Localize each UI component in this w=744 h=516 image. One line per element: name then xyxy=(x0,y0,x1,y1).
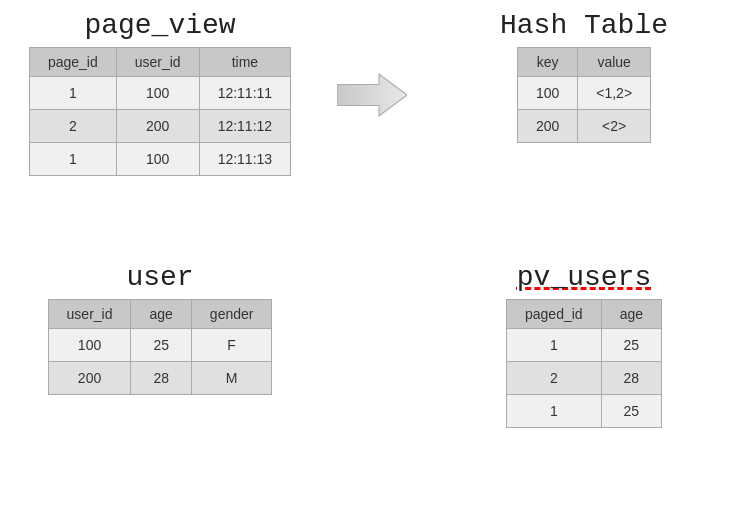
table-cell: 25 xyxy=(601,395,661,428)
table-cell: 12:11:11 xyxy=(199,77,291,110)
table-cell: 2 xyxy=(507,362,602,395)
col-paged-id: paged_id xyxy=(507,300,602,329)
pv-header-row: paged_id age xyxy=(507,300,662,329)
hash-header-row: key value xyxy=(517,48,650,77)
table-cell: 1 xyxy=(29,77,116,110)
table-cell: 200 xyxy=(116,110,199,143)
right-arrow-icon xyxy=(337,70,407,120)
table-cell: 28 xyxy=(601,362,661,395)
table-cell: 1 xyxy=(29,143,116,176)
table-header-row: page_id user_id time xyxy=(29,48,290,77)
table-row: 110012:11:11 xyxy=(29,77,290,110)
hash-table-title: Hash Table xyxy=(500,10,668,41)
arrow-container xyxy=(332,10,412,120)
table-cell: <1,2> xyxy=(578,77,651,110)
table-row: 20028M xyxy=(48,362,272,395)
table-cell: 200 xyxy=(517,110,577,143)
hash-table: key value 100<1,2>200<2> xyxy=(517,47,651,143)
user-section: user user_id age gender 10025F20028M xyxy=(20,262,300,395)
table-row: 100<1,2> xyxy=(517,77,650,110)
page-view-section: page_view page_id user_id time 110012:11… xyxy=(20,10,300,176)
hash-table-section: Hash Table key value 100<1,2>200<2> xyxy=(444,10,724,143)
col-page-id: page_id xyxy=(29,48,116,77)
col-time: time xyxy=(199,48,291,77)
table-row: 228 xyxy=(507,362,662,395)
user-title: user xyxy=(126,262,193,293)
col-gender: gender xyxy=(191,300,272,329)
table-cell: 25 xyxy=(601,329,661,362)
table-row: 220012:11:12 xyxy=(29,110,290,143)
table-cell: 100 xyxy=(48,329,131,362)
page-view-table: page_id user_id time 110012:11:11220012:… xyxy=(29,47,291,176)
table-cell: 25 xyxy=(131,329,191,362)
table-cell: 1 xyxy=(507,329,602,362)
main-container: page_view page_id user_id time 110012:11… xyxy=(0,0,744,516)
table-cell: 100 xyxy=(517,77,577,110)
col-value: value xyxy=(578,48,651,77)
user-header-row: user_id age gender xyxy=(48,300,272,329)
table-row: 110012:11:13 xyxy=(29,143,290,176)
col-age: age xyxy=(131,300,191,329)
table-cell: 1 xyxy=(507,395,602,428)
pv-users-title: pv_users xyxy=(517,262,651,293)
top-row: page_view page_id user_id time 110012:11… xyxy=(20,10,724,254)
pv-users-section: pv_users paged_id age 125228125 xyxy=(444,262,724,428)
col-age2: age xyxy=(601,300,661,329)
pv-users-table: paged_id age 125228125 xyxy=(506,299,662,428)
table-row: 125 xyxy=(507,395,662,428)
svg-marker-0 xyxy=(337,74,407,116)
page-view-title: page_view xyxy=(84,10,235,41)
table-cell: 12:11:13 xyxy=(199,143,291,176)
table-row: 10025F xyxy=(48,329,272,362)
table-cell: 200 xyxy=(48,362,131,395)
table-cell: 12:11:12 xyxy=(199,110,291,143)
table-cell: 28 xyxy=(131,362,191,395)
table-cell: 2 xyxy=(29,110,116,143)
col-key: key xyxy=(517,48,577,77)
table-row: 125 xyxy=(507,329,662,362)
table-row: 200<2> xyxy=(517,110,650,143)
bottom-row: user user_id age gender 10025F20028M pv_… xyxy=(20,262,724,506)
table-cell: M xyxy=(191,362,272,395)
table-cell: <2> xyxy=(578,110,651,143)
col-user-id: user_id xyxy=(116,48,199,77)
table-cell: 100 xyxy=(116,143,199,176)
col-user-id2: user_id xyxy=(48,300,131,329)
table-cell: F xyxy=(191,329,272,362)
user-table: user_id age gender 10025F20028M xyxy=(48,299,273,395)
table-cell: 100 xyxy=(116,77,199,110)
